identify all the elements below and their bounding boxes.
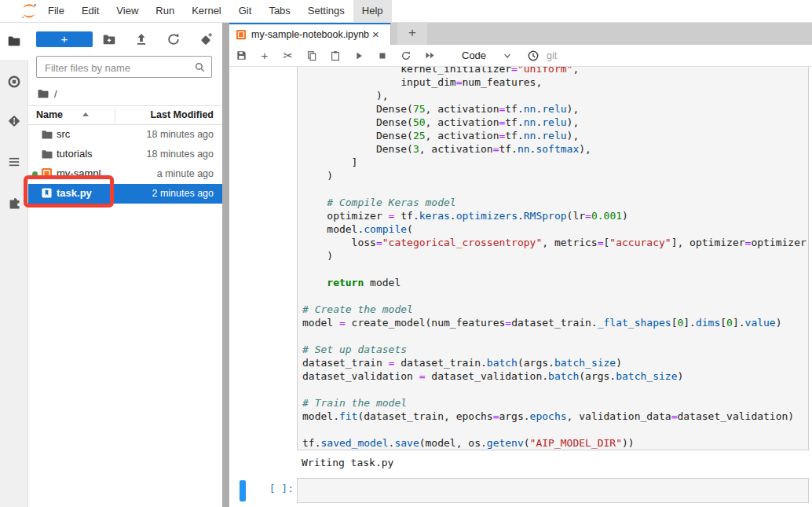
file-browser-panel: + / Name Last Modified src18 minutes ago… [28,22,222,507]
file-row-tutorials[interactable]: tutorials18 minutes ago [28,145,222,164]
active-cell-indicator[interactable] [240,480,246,501]
stop-button[interactable] [371,45,394,66]
git-status-label: git [547,50,557,61]
sort-ascending-icon [82,112,89,116]
file-modified: 2 minutes ago [152,188,214,199]
file-modified: a minute ago [157,168,214,179]
file-row-my-sampl[interactable]: my-sampla minute ago [28,164,222,184]
jupyter-logo-icon [20,2,38,20]
file-row-src[interactable]: src18 minutes ago [28,125,222,145]
empty-cell-input[interactable] [297,478,809,503]
column-header-name[interactable]: Name [36,109,63,120]
cut-cells-button[interactable]: ✂ [276,45,300,66]
code-cell-input[interactable]: kernel_initializer="uniform", input_dim=… [297,67,809,450]
filter-files-box [36,56,212,78]
cell-prompt: [ ]: [251,483,294,494]
insert-cell-button[interactable]: + [253,45,276,66]
menu-item-run[interactable]: Run [147,0,183,22]
cell-type-value: Code [455,50,503,61]
menu-item-edit[interactable]: Edit [73,0,108,22]
menu-item-view[interactable]: View [108,0,147,22]
menu-item-kernel[interactable]: Kernel [183,0,230,22]
refresh-icon[interactable] [166,32,181,46]
tab-bar: my-sample-notebook.ipynb × + [229,22,812,45]
file-list-header: Name Last Modified [28,105,222,125]
clock-icon [527,50,540,62]
execution-time-button[interactable] [523,50,543,62]
new-launcher-button[interactable]: + [36,31,93,47]
menu-item-file[interactable]: File [39,0,73,22]
breadcrumb[interactable]: / [37,86,57,101]
file-modified: 18 minutes ago [147,129,214,140]
breadcrumb-root: / [54,88,57,100]
file-browser-icon[interactable] [7,34,21,48]
cell-type-dropdown[interactable]: Code [455,47,512,64]
running-indicator [32,171,38,177]
table-of-contents-icon[interactable] [7,155,21,169]
notebook-content: kernel_initializer="uniform", input_dim=… [229,67,812,507]
menu-item-git[interactable]: Git [230,0,261,22]
tab-label: my-sample-notebook.ipynb [251,29,369,40]
menu-item-tabs[interactable]: Tabs [260,0,298,22]
panel-splitter[interactable] [222,22,229,507]
save-button[interactable] [229,45,253,66]
search-icon [194,61,206,73]
file-modified: 18 minutes ago [147,149,214,160]
file-name: tutorials [57,148,93,160]
file-name: task.py [57,187,92,199]
copy-cells-button[interactable] [300,45,324,66]
menu-item-settings[interactable]: Settings [299,0,353,22]
tab-close-icon[interactable]: × [372,29,379,40]
activity-bar [0,22,28,507]
main-area: my-sample-notebook.ipynb × + + ✂ Code [229,22,812,507]
file-name: src [57,128,70,140]
new-tab-button[interactable]: + [397,22,427,45]
home-folder-icon [37,87,49,100]
menu-items: FileEditViewRunKernelGitTabsSettingsHelp [39,0,392,22]
menu-bar: FileEditViewRunKernelGitTabsSettingsHelp [0,0,812,23]
running-sessions-icon[interactable] [7,75,21,89]
code-editor[interactable]: kernel_initializer="uniform", input_dim=… [298,67,808,450]
upload-icon[interactable] [134,32,148,46]
file-name: my-sampl [57,167,101,179]
cell-output: Writing task.py [302,457,804,468]
extension-manager-icon[interactable] [7,197,21,211]
menu-item-help[interactable]: Help [353,0,392,22]
folder-icon [41,148,53,160]
git-sidebar-icon[interactable] [7,114,21,128]
new-folder-icon[interactable] [102,32,116,46]
column-header-last-modified[interactable]: Last Modified [150,109,214,120]
column-divider [115,108,115,123]
git-clone-icon[interactable] [199,32,213,46]
chevron-down-icon [503,51,512,61]
tab-my-sample-notebook[interactable]: my-sample-notebook.ipynb × [229,22,391,45]
run-button[interactable] [347,45,371,66]
file-icon [41,187,53,199]
restart-kernel-button[interactable] [394,45,418,66]
filter-files-input[interactable] [43,57,196,78]
file-list: src18 minutes agotutorials18 minutes ago… [28,125,222,204]
run-all-button[interactable] [418,45,441,66]
paste-cells-button[interactable] [324,45,347,66]
folder-icon [41,128,53,141]
notebook-icon [41,167,53,179]
notebook-icon [236,29,247,40]
file-row-task-py[interactable]: task.py2 minutes ago [28,184,222,204]
notebook-toolbar: + ✂ Code git [229,45,812,67]
